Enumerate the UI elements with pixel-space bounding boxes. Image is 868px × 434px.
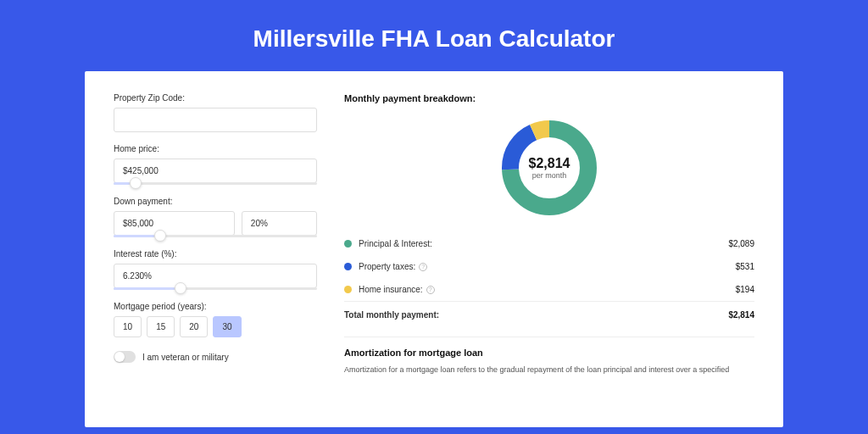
zip-label: Property Zip Code: <box>114 93 317 103</box>
veteran-row: I am veteran or military <box>114 351 317 363</box>
home-price-field: Home price: <box>114 144 317 185</box>
down-payment-slider[interactable] <box>114 235 317 237</box>
slider-thumb[interactable] <box>154 230 166 242</box>
donut-sub: per month <box>529 171 570 180</box>
legend-taxes: Property taxes: ? $531 <box>344 255 754 278</box>
down-payment-label: Down payment: <box>114 197 317 206</box>
legend-principal: Principal & Interest: $2,089 <box>344 232 754 255</box>
period-buttons: 10 15 20 30 <box>114 316 317 337</box>
home-price-slider[interactable] <box>114 182 317 185</box>
down-payment-pct-input[interactable] <box>242 211 317 236</box>
total-label: Total monthly payment: <box>344 310 728 320</box>
dot-icon <box>344 240 352 248</box>
calculator-card: Property Zip Code: Home price: Down paym… <box>85 71 783 427</box>
dot-icon <box>344 263 352 270</box>
legend-value: $531 <box>736 262 754 271</box>
page-title: Millersville FHA Loan Calculator <box>0 0 868 71</box>
interest-input[interactable] <box>114 264 317 288</box>
veteran-toggle[interactable] <box>114 351 136 363</box>
down-payment-input[interactable] <box>114 211 235 236</box>
divider <box>344 337 754 337</box>
legend-text: Property taxes: <box>359 262 415 271</box>
legend-total: Total monthly payment: $2,814 <box>344 301 754 326</box>
donut-amount: $2,814 <box>529 156 570 171</box>
total-value: $2,814 <box>728 310 754 320</box>
donut-center: $2,814 per month <box>529 156 570 180</box>
veteran-label: I am veteran or military <box>142 353 229 362</box>
home-price-label: Home price: <box>114 144 317 153</box>
period-field: Mortgage period (years): 10 15 20 30 <box>114 302 317 337</box>
legend-label: Principal & Interest: <box>359 239 728 248</box>
legend-insurance: Home insurance: ? $194 <box>344 278 754 301</box>
slider-thumb[interactable] <box>130 177 142 189</box>
donut-chart-wrap: $2,814 per month <box>344 112 754 232</box>
period-10[interactable]: 10 <box>114 316 142 337</box>
breakdown-title: Monthly payment breakdown: <box>344 93 754 103</box>
legend-text: Home insurance: <box>359 285 423 294</box>
period-20[interactable]: 20 <box>180 316 208 337</box>
info-icon[interactable]: ? <box>419 263 427 271</box>
legend-label: Home insurance: ? <box>359 285 736 294</box>
amortization-title: Amortization for mortgage loan <box>344 348 754 358</box>
legend-value: $194 <box>736 285 754 294</box>
info-icon[interactable]: ? <box>426 286 435 294</box>
amortization-text: Amortization for a mortgage loan refers … <box>344 364 754 376</box>
dot-icon <box>344 286 352 293</box>
legend-label: Property taxes: ? <box>359 262 736 271</box>
down-payment-field: Down payment: <box>114 197 317 237</box>
donut-chart: $2,814 per month <box>498 117 600 219</box>
breakdown-panel: Monthly payment breakdown: $2,814 per mo… <box>344 93 754 405</box>
zip-input[interactable] <box>114 108 317 132</box>
period-15[interactable]: 15 <box>147 316 175 337</box>
zip-field: Property Zip Code: <box>114 93 317 132</box>
slider-thumb[interactable] <box>175 282 186 294</box>
legend-value: $2,089 <box>728 239 754 248</box>
home-price-input[interactable] <box>114 159 317 183</box>
form-panel: Property Zip Code: Home price: Down paym… <box>114 93 317 405</box>
interest-label: Interest rate (%): <box>114 249 317 259</box>
interest-slider[interactable] <box>114 287 317 290</box>
period-label: Mortgage period (years): <box>114 302 317 311</box>
period-30[interactable]: 30 <box>213 316 241 337</box>
interest-field: Interest rate (%): <box>114 249 317 290</box>
